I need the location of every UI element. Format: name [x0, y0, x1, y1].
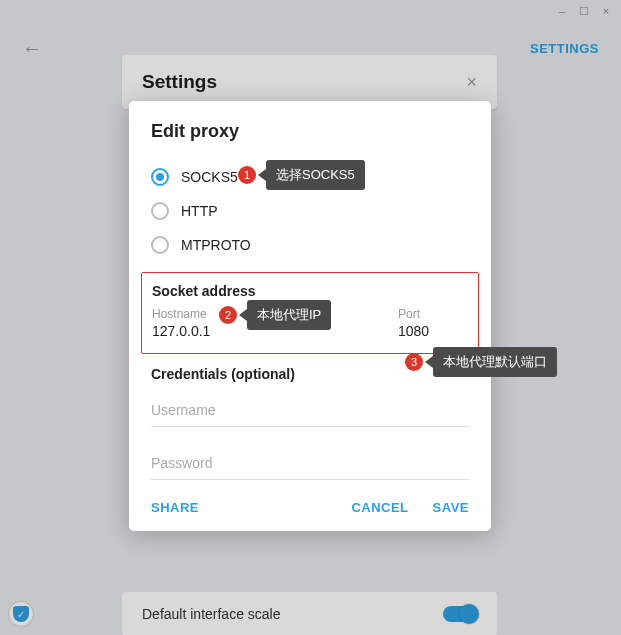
- cancel-button[interactable]: CANCEL: [351, 500, 408, 515]
- port-field[interactable]: Port 1080: [398, 307, 468, 339]
- port-value: 1080: [398, 323, 468, 339]
- annotation-label: 本地代理IP: [247, 300, 331, 330]
- annotation-2: 2 本地代理IP: [219, 300, 331, 330]
- annotation-label: 选择SOCKS5: [266, 160, 365, 190]
- dialog-actions: SHARE CANCEL SAVE: [151, 500, 469, 515]
- share-button[interactable]: SHARE: [151, 500, 199, 515]
- annotation-arrow-icon: [425, 356, 433, 368]
- radio-label: SOCKS5: [181, 169, 238, 185]
- annotation-badge: 3: [405, 353, 423, 371]
- radio-icon: [151, 202, 169, 220]
- annotation-badge: 1: [238, 166, 256, 184]
- port-label: Port: [398, 307, 468, 321]
- radio-label: HTTP: [181, 203, 218, 219]
- radio-icon: [151, 168, 169, 186]
- socket-title: Socket address: [152, 283, 468, 299]
- radio-label: MTPROTO: [181, 237, 251, 253]
- annotation-label: 本地代理默认端口: [433, 347, 557, 377]
- annotation-arrow-icon: [239, 309, 247, 321]
- username-input[interactable]: [151, 394, 469, 427]
- annotation-badge: 2: [219, 306, 237, 324]
- annotation-3: 3 本地代理默认端口: [405, 347, 557, 377]
- proxy-type-mtproto[interactable]: MTPROTO: [151, 228, 469, 262]
- password-input[interactable]: [151, 447, 469, 480]
- radio-icon: [151, 236, 169, 254]
- dialog-title: Edit proxy: [151, 121, 469, 142]
- annotation-1: 1 选择SOCKS5: [238, 160, 365, 190]
- save-button[interactable]: SAVE: [433, 500, 469, 515]
- annotation-arrow-icon: [258, 169, 266, 181]
- proxy-type-http[interactable]: HTTP: [151, 194, 469, 228]
